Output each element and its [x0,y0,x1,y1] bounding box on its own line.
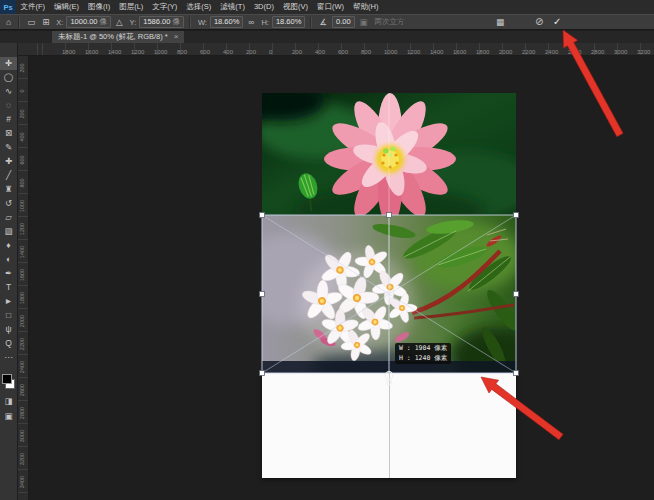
menu-window[interactable]: 窗口(W) [312,0,348,14]
edit-toolbar[interactable]: ⋯ [0,351,17,364]
quick-mask-icon[interactable]: ◨ [0,395,17,408]
size-tooltip: W : 1904 像素 H : 1240 像素 [395,343,451,364]
ruler-label-h: 600 [338,49,348,55]
ruler-label-v: 200 [19,104,25,124]
blank-canvas[interactable] [262,373,516,478]
menu-type[interactable]: 文字(Y) [148,0,182,14]
ruler-label-v: 600 [19,150,25,170]
home-icon[interactable]: ⌂ [4,15,13,29]
quick-selection-tool[interactable]: ◌ [0,99,17,112]
eraser-tool[interactable]: ▱ [0,211,17,224]
menu-select[interactable]: 选择(S) [182,0,216,14]
tooltip-width: W : 1904 像素 [399,344,447,354]
ruler-label-h: 2800 [591,49,604,55]
ruler-label-v: 1000 [19,196,25,216]
angle-value: 0.00 [336,17,351,27]
dodge-tool[interactable]: ◐ [0,253,17,266]
h-input[interactable]: 18.60% [272,16,305,28]
ruler-label-v: 1400 [19,242,25,262]
tab-bar: 未标题-1 @ 50% (鲜花, RGB/8) * × [0,31,654,43]
clone-stamp-tool[interactable]: ♜ [0,183,17,196]
h-value: 18.60% [276,17,301,27]
ellipse-tool[interactable]: □ [0,309,17,322]
foreground-color-swatch[interactable] [2,374,12,384]
ruler-label-v: 800 [19,173,25,193]
document-tab[interactable]: 未标题-1 @ 50% (鲜花, RGB/8) * × [52,31,184,43]
tool-preset-icon[interactable]: ▭ [25,15,37,29]
vertical-ruler: 2000200400600800100012001400160018002000… [17,55,29,500]
ruler-label-h: 1400 [108,49,121,55]
ruler-label-h: 1600 [85,49,98,55]
pen-tool[interactable]: ✒ [0,267,17,280]
canvas-area[interactable] [28,55,654,500]
move-tool[interactable]: ✛ [0,57,17,70]
ruler-label-v: 1600 [19,265,25,285]
ruler-label-h: 3200 [637,49,650,55]
relative-position-icon[interactable]: △ [114,15,125,29]
ruler-label-h: 0 [269,49,272,55]
menu-filter[interactable]: 滤镜(T) [216,0,250,14]
hand-tool[interactable]: ψ [0,323,17,336]
gradient-tool[interactable]: ▨ [0,225,17,238]
ruler-label-h: 2200 [522,49,535,55]
document-tab-title: 未标题-1 @ 50% (鲜花, RGB/8) * [58,31,168,43]
path-selection-tool[interactable]: ► [0,295,17,308]
ruler-label-h: 2000 [499,49,512,55]
eyedropper-tool[interactable]: ✎ [0,141,17,154]
type-tool[interactable]: T [0,281,17,294]
ruler-label-h: 1200 [407,49,420,55]
ruler-label-v: 3200 [19,449,25,469]
brush-tool[interactable]: ╱ [0,169,17,182]
commit-transform-button[interactable]: ✓ [551,15,563,29]
cancel-transform-button[interactable]: ⊘ [533,15,545,29]
menu-file[interactable]: 文件(F) [16,0,50,14]
ruler-label-h: 1400 [430,49,443,55]
zoom-tool[interactable]: Q [0,337,17,350]
ruler-label-h: 1000 [384,49,397,55]
menu-edit[interactable]: 编辑(E) [50,0,84,14]
menu-bar: Ps 文件(F)编辑(E)图像(I)图层(L)文字(Y)选择(S)滤镜(T)3D… [0,0,654,15]
ruler-label-h: 2600 [568,49,581,55]
menu-3d[interactable]: 3D(D) [249,0,278,14]
interpolation-icon: ▣ [358,15,370,29]
screen-mode-icon[interactable]: ▣ [0,410,17,423]
ruler-label-v: 1800 [19,288,25,308]
w-label: W: [198,18,207,27]
x-label: X: [56,18,63,27]
menu-view[interactable]: 视图(V) [278,0,312,14]
close-tab-icon[interactable]: × [174,31,179,43]
h-label: H: [261,18,269,27]
ruler-label-h: 1800 [476,49,489,55]
angle-input[interactable]: 0.00 [332,16,355,28]
ruler-label-h: 400 [223,49,233,55]
menu-help[interactable]: 帮助(H) [349,0,383,14]
reference-point-icon[interactable]: ⊞ [40,15,51,29]
y-unit: 像 [172,17,180,27]
menu-layer[interactable]: 图层(L) [115,0,148,14]
history-brush-tool[interactable]: ↺ [0,197,17,210]
marquee-tool[interactable]: ◯ [0,71,17,84]
ruler-label-v: 2400 [19,357,25,377]
ruler-label-h: 3000 [614,49,627,55]
plumeria-photo[interactable] [262,215,516,373]
ruler-label-v: 2800 [19,403,25,423]
divider [310,17,312,28]
horizontal-ruler: 1800160014001200100080060040020002004006… [28,43,654,56]
frame-tool[interactable]: ⊠ [0,127,17,140]
lasso-tool[interactable]: ∿ [0,85,17,98]
spot-healing-tool[interactable]: ✚ [0,155,17,168]
menu-image[interactable]: 图像(I) [84,0,115,14]
link-dimensions-icon[interactable]: ∞ [246,15,256,29]
w-input[interactable]: 18.60% [210,16,243,28]
w-value: 18.60% [214,17,239,27]
photoshop-logo: Ps [0,0,16,14]
ruler-label-v: 2600 [19,380,25,400]
ruler-label-h: 1600 [453,49,466,55]
center-guide-line [389,373,390,478]
warp-mode-toggle-icon[interactable]: ▦ [494,15,506,29]
blur-tool[interactable]: ♦ [0,239,17,252]
crop-tool[interactable]: # [0,113,17,126]
ruler-label-h: 400 [315,49,325,55]
y-input[interactable]: 1586.00 像 [139,16,184,28]
x-input[interactable]: 1000.00 像 [66,16,111,28]
